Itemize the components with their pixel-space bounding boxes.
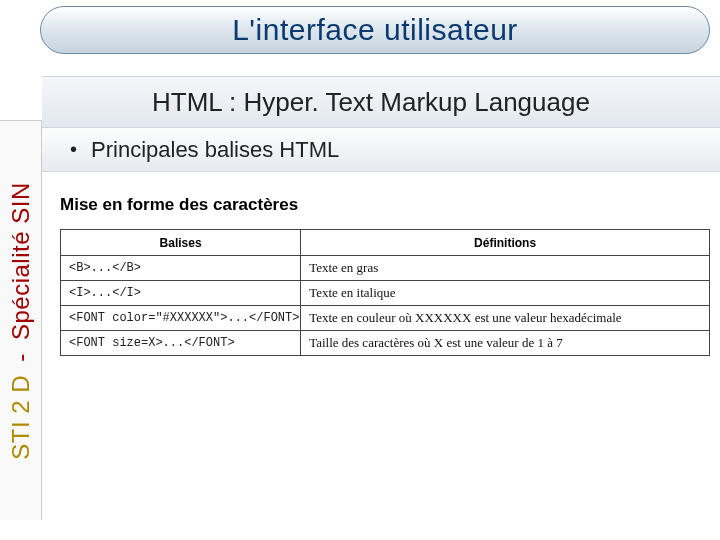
cell-definition: Texte en gras: [301, 256, 710, 281]
bullet-dot-icon: •: [70, 138, 77, 161]
table-row: <FONT color="#XXXXXX">...</FONT> Texte e…: [61, 306, 710, 331]
sidebar: STI 2 D - Spécialité SIN: [0, 120, 42, 520]
section-heading: Mise en forme des caractères: [60, 195, 710, 215]
sidebar-dash: -: [7, 353, 34, 362]
subtitle-text: HTML : Hyper. Text Markup Language: [152, 87, 590, 118]
sidebar-part2: Spécialité SIN: [7, 182, 34, 340]
sidebar-part1: STI 2 D: [7, 374, 34, 459]
tags-table: Balises Définitions <B>...</B> Texte en …: [60, 229, 710, 356]
sidebar-label: STI 2 D - Spécialité SIN: [7, 182, 35, 459]
table-row: <B>...</B> Texte en gras: [61, 256, 710, 281]
bullet-band: • Principales balises HTML: [42, 128, 720, 172]
cell-balise: <B>...</B>: [61, 256, 301, 281]
table-header-row: Balises Définitions: [61, 230, 710, 256]
bullet-text: Principales balises HTML: [91, 137, 339, 163]
title-bar: L'interface utilisateur: [40, 6, 710, 54]
cell-balise: <FONT size=X>...</FONT>: [61, 331, 301, 356]
slide-title: L'interface utilisateur: [232, 13, 518, 47]
cell-balise: <I>...</I>: [61, 281, 301, 306]
cell-definition: Texte en couleur où XXXXXX est une valeu…: [301, 306, 710, 331]
subtitle-band: HTML : Hyper. Text Markup Language: [42, 76, 720, 128]
table-row: <I>...</I> Texte en italique: [61, 281, 710, 306]
table-row: <FONT size=X>...</FONT> Taille des carac…: [61, 331, 710, 356]
header-balises: Balises: [61, 230, 301, 256]
cell-definition: Texte en italique: [301, 281, 710, 306]
content-area: Mise en forme des caractères Balises Déf…: [60, 195, 710, 356]
cell-balise: <FONT color="#XXXXXX">...</FONT>: [61, 306, 301, 331]
header-definitions: Définitions: [301, 230, 710, 256]
cell-definition: Taille des caractères où X est une valeu…: [301, 331, 710, 356]
